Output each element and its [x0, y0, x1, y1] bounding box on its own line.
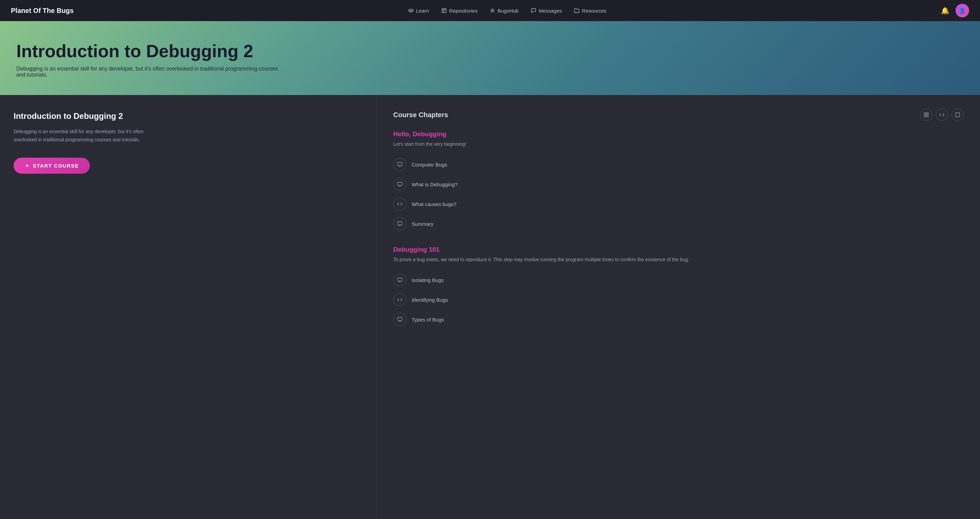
box-icon — [955, 112, 960, 118]
nav-link-bugshub[interactable]: BugsHub — [490, 8, 519, 14]
folder-icon — [574, 8, 579, 13]
lesson-icon-code-0 — [393, 198, 406, 211]
svg-rect-11 — [398, 318, 402, 321]
nav-links: Learn Repositories BugsHub Messages Reso… — [408, 8, 606, 14]
nav-link-messages[interactable]: Messages — [531, 8, 562, 14]
svg-rect-6 — [956, 113, 959, 117]
chapter-section-desc-0: Let's start from the very beginning! — [393, 141, 964, 148]
layout-icon — [924, 112, 929, 118]
nav-link-repositories[interactable]: Repositories — [441, 8, 477, 14]
view-controls — [920, 109, 964, 121]
svg-rect-10 — [398, 278, 402, 281]
graduation-cap-icon — [408, 8, 414, 13]
right-panel: Course Chapters Hello, Debugging Let's s… — [377, 95, 980, 519]
start-course-button[interactable]: ＋ START COURSE — [14, 158, 90, 174]
chat-icon — [531, 8, 536, 13]
hero-subtitle: Debugging is an essential skill for any … — [16, 66, 282, 78]
navbar: Planet Of The Bugs Learn Repositories Bu… — [0, 0, 980, 21]
lesson-item-identifying-bugs[interactable]: Identifying Bugs — [393, 290, 964, 310]
chapters-header: Course Chapters — [393, 109, 964, 121]
svg-rect-3 — [927, 113, 928, 115]
bug-icon — [490, 8, 495, 13]
notification-bell-icon[interactable]: 🔔 — [941, 6, 950, 14]
lesson-icon-screen-3 — [393, 273, 406, 286]
lesson-label-types-of-bugs: Types of Bugs — [412, 317, 444, 323]
svg-point-1 — [492, 10, 493, 11]
svg-rect-0 — [442, 8, 446, 13]
lesson-item-summary[interactable]: Summary — [393, 214, 964, 234]
lesson-label-computer-bugs: Computer Bugs — [412, 162, 447, 168]
plus-icon: ＋ — [24, 163, 30, 169]
lesson-label-summary: Summary — [412, 221, 434, 227]
svg-rect-7 — [398, 163, 402, 166]
lesson-item-what-is-debugging[interactable]: What is Debugging? — [393, 174, 964, 194]
chapter-section-debugging-101: Debugging 101 To prove a bug exists, we … — [393, 246, 964, 329]
lesson-label-what-is-debugging: What is Debugging? — [412, 182, 458, 187]
lesson-item-isolating-bugs[interactable]: Isolating Bugs — [393, 270, 964, 290]
nav-link-learn[interactable]: Learn — [408, 8, 429, 14]
lesson-label-what-causes-bugs: What causes bugs? — [412, 201, 457, 207]
chapters-title: Course Chapters — [393, 111, 448, 119]
left-panel: Introduction to Debugging 2 Debugging is… — [0, 95, 377, 519]
chapter-section-title-0: Hello, Debugging — [393, 131, 964, 138]
app-logo: Planet Of The Bugs — [11, 7, 73, 14]
chapter-section-desc-1: To prove a bug exists, we need to reprod… — [393, 256, 964, 263]
nav-link-resources[interactable]: Resources — [574, 8, 606, 14]
book-icon — [441, 8, 447, 13]
lesson-icon-screen-1 — [393, 178, 406, 191]
chapter-section-hello-debugging: Hello, Debugging Let's start from the ve… — [393, 131, 964, 234]
lesson-icon-screen-0 — [393, 158, 406, 171]
hero-title: Introduction to Debugging 2 — [16, 42, 964, 61]
svg-rect-2 — [924, 113, 926, 115]
lesson-label-identifying-bugs: Identifying Bugs — [412, 297, 448, 303]
course-title: Introduction to Debugging 2 — [14, 111, 363, 121]
code-view-button[interactable] — [936, 109, 948, 121]
svg-rect-9 — [398, 222, 402, 225]
lesson-icon-screen-4 — [393, 313, 406, 326]
hero-banner: Introduction to Debugging 2 Debugging is… — [0, 21, 980, 95]
nav-right: 🔔 👤 — [941, 4, 969, 18]
lesson-icon-screen-2 — [393, 217, 406, 230]
svg-rect-8 — [398, 182, 402, 185]
box-view-button[interactable] — [951, 109, 964, 121]
course-desc: Debugging is an essential skill for any … — [14, 128, 163, 144]
lesson-item-what-causes-bugs[interactable]: What causes bugs? — [393, 194, 964, 214]
layout-view-button[interactable] — [920, 109, 932, 121]
main-content: Introduction to Debugging 2 Debugging is… — [0, 95, 980, 519]
code-icon — [939, 112, 945, 118]
chapter-section-title-1: Debugging 101 — [393, 246, 964, 253]
lesson-label-isolating-bugs: Isolating Bugs — [412, 277, 444, 283]
lesson-item-computer-bugs[interactable]: Computer Bugs — [393, 155, 964, 174]
lesson-icon-code-1 — [393, 293, 406, 306]
lesson-item-types-of-bugs[interactable]: Types of Bugs — [393, 310, 964, 329]
svg-rect-5 — [927, 115, 928, 117]
user-avatar[interactable]: 👤 — [956, 4, 969, 18]
svg-rect-4 — [924, 115, 926, 117]
